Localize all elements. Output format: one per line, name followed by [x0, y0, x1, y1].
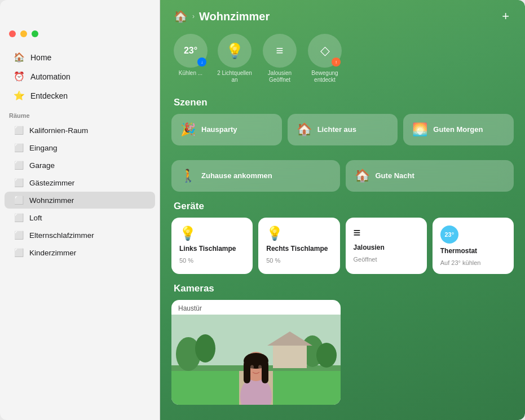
room-icon: ⬜	[14, 143, 24, 152]
thermostat-badge: 23°	[440, 226, 458, 244]
quick-tile-jalousien[interactable]: ≡ Jalousien Geöffnet	[262, 34, 298, 83]
sidebar-nav-label: Home	[30, 53, 51, 62]
scene-name: Gute Nacht	[376, 171, 414, 180]
svg-point-17	[258, 365, 262, 369]
svg-point-5	[316, 343, 337, 368]
main-scroll-area: Szenen 🎉 Hausparty 🏠 Lichter aus 🌅 Guten…	[160, 92, 525, 420]
scene-zuhause[interactable]: 🚶 Zuhause ankommen	[171, 160, 340, 192]
close-button[interactable]	[9, 30, 16, 37]
star-icon: ⭐	[14, 90, 25, 101]
cameras-section-title: Kameras	[174, 283, 511, 294]
camera-feed	[171, 315, 341, 405]
room-icon: ⬜	[14, 231, 24, 240]
device-status: Geöffnet	[354, 256, 419, 263]
room-icon: ⬜	[14, 196, 24, 205]
sidebar-room-kinderzimmer[interactable]: ⬜ Kinderzimmer	[5, 244, 155, 261]
room-label: Loft	[29, 214, 42, 222]
jalousien-circle: ≡	[263, 34, 297, 68]
party-icon: 🎉	[180, 122, 196, 137]
sidebar-room-gaestezimmer[interactable]: ⬜ Gästezimmer	[5, 174, 155, 191]
sidebar-item-automation[interactable]: ⏰ Automation	[5, 67, 155, 86]
device-name: Jalousien	[354, 244, 419, 253]
motion-circle: ◇ !	[308, 34, 342, 68]
room-icon: ⬜	[14, 213, 24, 222]
svg-point-3	[195, 334, 215, 362]
scenes-section-title: Szenen	[174, 97, 511, 108]
motion-label: Bewegung entdeckt	[307, 70, 343, 83]
sidebar-item-discover[interactable]: ⭐ Entdecken	[5, 86, 155, 105]
blinds-icon: ≡	[354, 226, 419, 240]
room-icon: ⬜	[14, 161, 24, 170]
room-label: Wohnzimmer	[29, 196, 74, 205]
scene-gute-nacht[interactable]: 🏠 Gute Nacht	[346, 160, 514, 192]
room-icon: ⬜	[14, 248, 24, 257]
night-icon: 🏠	[355, 169, 370, 183]
quick-tile-temp[interactable]: 23° ↓ Kühlen ...	[174, 34, 208, 77]
lights-label: 2 Lichtquellen an	[217, 70, 253, 83]
device-status: 50 %	[179, 257, 245, 264]
sidebar-item-home[interactable]: 🏠 Home	[5, 48, 155, 67]
sidebar-room-wohnzimmer[interactable]: ⬜ Wohnzimmer	[5, 192, 155, 209]
app-window: 🏠 Home ⏰ Automation ⭐ Entdecken Räume ⬜ …	[0, 0, 525, 420]
device-name: Thermostat	[440, 247, 506, 256]
arrive-icon: 🚶	[180, 169, 196, 183]
home-icon: 🏠	[14, 52, 25, 63]
header-chevron-icon: ›	[192, 12, 195, 20]
camera-label: Haustür	[171, 300, 341, 315]
quick-tiles-row: 23° ↓ Kühlen ... 💡 2 Lichtquellen an ≡ J…	[160, 29, 525, 92]
sidebar-room-loft[interactable]: ⬜ Loft	[5, 209, 155, 226]
temp-label: Kühlen ...	[179, 70, 202, 77]
lamp-icon: 💡	[179, 226, 245, 241]
scene-guten-morgen[interactable]: 🌅 Guten Morgen	[403, 114, 514, 145]
room-label: Garage	[29, 161, 55, 170]
room-label: Eingang	[29, 144, 58, 152]
scene-name: Guten Morgen	[433, 125, 483, 134]
minimize-button[interactable]	[20, 30, 27, 37]
temp-circle: 23° ↓	[174, 34, 208, 68]
sidebar-nav-label: Entdecken	[30, 91, 68, 100]
device-rechts-tisch[interactable]: 💡 Rechts Tischlampe 50 %	[258, 218, 339, 274]
svg-point-16	[250, 365, 254, 369]
scene-lichter-aus[interactable]: 🏠 Lichter aus	[288, 114, 398, 145]
device-status: Auf 23° kühlen	[440, 259, 506, 266]
devices-section-title: Geräte	[174, 201, 511, 212]
room-label: Elternschlafzimmer	[29, 231, 94, 240]
sidebar-room-garage[interactable]: ⬜ Garage	[5, 157, 155, 174]
maximize-button[interactable]	[32, 30, 38, 37]
sidebar-room-kalifornien[interactable]: ⬜ Kalifornien-Raum	[5, 122, 155, 139]
scene-name: Hausparty	[201, 125, 237, 134]
sidebar-room-eingang[interactable]: ⬜ Eingang	[5, 139, 155, 156]
add-button[interactable]: +	[500, 9, 511, 24]
header-home-icon: 🏠	[174, 10, 188, 23]
main-header: 🏠 › Wohnzimmer +	[160, 0, 525, 29]
svg-rect-14	[244, 361, 250, 383]
device-jalousien[interactable]: ≡ Jalousien Geöffnet	[346, 218, 427, 274]
sidebar-room-elternschlafzimmer[interactable]: ⬜ Elternschlafzimmer	[5, 227, 155, 244]
scene-hausparty[interactable]: 🎉 Hausparty	[171, 114, 282, 145]
camera-card-haustuer[interactable]: Haustür	[171, 300, 341, 405]
window-controls	[0, 23, 47, 43]
page-title: Wohnzimmer	[199, 10, 270, 23]
scenes-grid-row2: 🚶 Zuhause ankommen 🏠 Gute Nacht	[171, 160, 514, 192]
device-links-tisch[interactable]: 💡 Links Tischlampe 50 %	[171, 218, 253, 274]
rooms-section-label: Räume	[0, 105, 160, 121]
room-icon: ⬜	[14, 126, 24, 135]
svg-rect-6	[273, 346, 307, 368]
morning-icon: 🌅	[412, 122, 427, 137]
jalousien-label: Jalousien Geöffnet	[262, 70, 298, 83]
sidebar: 🏠 Home ⏰ Automation ⭐ Entdecken Räume ⬜ …	[0, 0, 160, 420]
room-icon: ⬜	[14, 178, 24, 187]
room-label: Kalifornien-Raum	[29, 126, 88, 135]
quick-tile-motion[interactable]: ◇ ! Bewegung entdeckt	[307, 34, 343, 83]
device-status: 50 %	[266, 257, 332, 264]
room-label: Gästezimmer	[29, 179, 74, 187]
house-icon: 🏠	[297, 122, 312, 137]
device-name: Links Tischlampe	[179, 245, 245, 254]
lamp-icon: 💡	[266, 226, 332, 241]
lights-circle: 💡	[218, 34, 252, 68]
scene-name: Lichter aus	[317, 125, 356, 134]
devices-grid: 💡 Links Tischlampe 50 % 💡 Rechts Tischla…	[171, 218, 514, 274]
automation-icon: ⏰	[14, 71, 25, 82]
quick-tile-lights[interactable]: 💡 2 Lichtquellen an	[217, 34, 253, 83]
device-thermostat[interactable]: 23° Thermostat Auf 23° kühlen	[433, 218, 514, 274]
